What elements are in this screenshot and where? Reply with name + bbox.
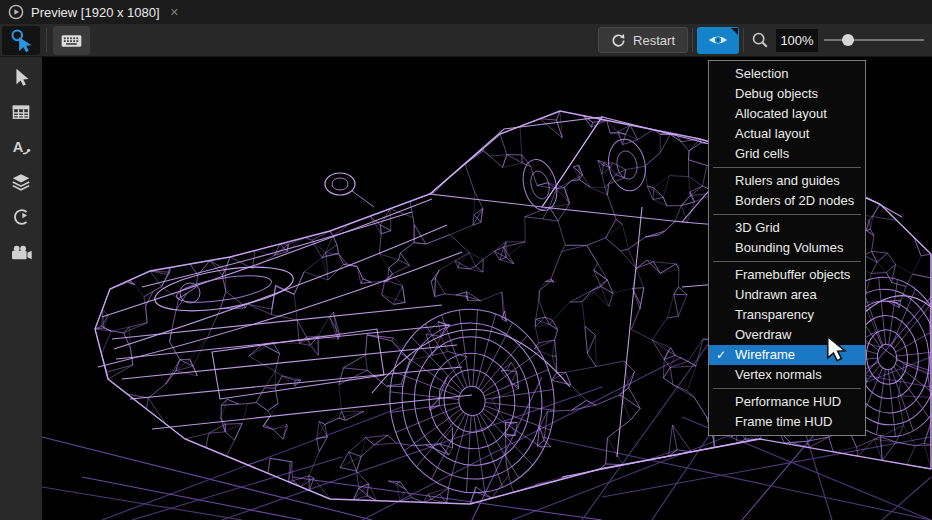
debug-visualization-button[interactable]	[697, 27, 739, 54]
menu-separator	[713, 388, 861, 389]
keyboard-icon	[59, 28, 84, 53]
keyboard-button[interactable]	[53, 26, 90, 55]
layers-tool[interactable]	[6, 170, 36, 194]
toolbar-right-group: Restart 100%	[598, 27, 932, 54]
menu-item-frame-time-hud[interactable]: Frame time HUD	[709, 412, 865, 432]
connections-tool[interactable]	[6, 205, 36, 229]
tab-bar: Preview [1920 x 1080] ✕	[0, 0, 932, 24]
text-tool[interactable]: A	[6, 135, 36, 159]
svg-text:A: A	[13, 139, 24, 155]
app-window: Preview [1920 x 1080] ✕	[0, 0, 932, 520]
zoom-slider[interactable]	[824, 30, 924, 50]
menu-separator	[713, 261, 861, 262]
restart-label: Restart	[633, 33, 675, 48]
table-icon	[10, 101, 32, 123]
menu-item-rulers-and-guides[interactable]: Rulers and guides	[709, 171, 865, 191]
menu-item-grid-cells[interactable]: Grid cells	[709, 144, 865, 164]
restart-icon	[611, 33, 626, 48]
menu-item-vertex-normals[interactable]: Vertex normals	[709, 365, 865, 385]
menu-separator	[713, 214, 861, 215]
text-binding-icon: A	[10, 136, 32, 158]
magnifier-icon	[750, 30, 770, 50]
menu-item-undrawn-area[interactable]: Undrawn area	[709, 285, 865, 305]
close-icon[interactable]: ✕	[167, 6, 182, 19]
menu-item-debug-objects[interactable]: Debug objects	[709, 84, 865, 104]
zoom-level-value: 100%	[776, 29, 818, 52]
checkmark-icon: ✓	[716, 345, 726, 365]
interaction-mode-button[interactable]	[2, 26, 40, 55]
menu-item-actual-layout[interactable]: Actual layout	[709, 124, 865, 144]
zoom-slider-handle[interactable]	[842, 34, 854, 46]
menu-item-bounding-volumes[interactable]: Bounding Volumes	[709, 238, 865, 258]
tool-sidebar: A	[0, 57, 42, 520]
menu-item-3d-grid[interactable]: 3D Grid	[709, 218, 865, 238]
camera-tool[interactable]	[6, 240, 36, 264]
debug-visualization-menu: Selection Debug objects Allocated layout…	[708, 60, 866, 436]
connection-arrow-icon	[10, 206, 32, 228]
zoom-slider-track	[824, 39, 924, 41]
menu-item-framebuffer-objects[interactable]: Framebuffer objects	[709, 265, 865, 285]
restart-button[interactable]: Restart	[598, 27, 688, 53]
menu-item-borders-of-2d-nodes[interactable]: Borders of 2D nodes	[709, 191, 865, 211]
layers-icon	[10, 171, 32, 193]
menu-item-allocated-layout[interactable]: Allocated layout	[709, 104, 865, 124]
preview-tab[interactable]: Preview [1920 x 1080] ✕	[0, 0, 190, 24]
menu-item-selection[interactable]: Selection	[709, 64, 865, 84]
pointer-tool[interactable]	[6, 65, 36, 89]
toolbar-separator	[692, 28, 693, 52]
tab-title: Preview [1920 x 1080]	[31, 5, 160, 20]
table-tool[interactable]	[6, 100, 36, 124]
mouse-cursor	[826, 336, 850, 362]
menu-item-transparency[interactable]: Transparency	[709, 305, 865, 325]
arrow-cursor-icon	[10, 66, 32, 88]
touch-cursor-icon	[8, 27, 34, 53]
eye-icon	[707, 32, 729, 48]
video-camera-icon	[9, 241, 33, 263]
menu-separator	[713, 167, 861, 168]
toolbar: Restart 100%	[0, 24, 932, 57]
dropdown-notch	[731, 28, 738, 35]
menu-item-performance-hud[interactable]: Performance HUD	[709, 392, 865, 412]
play-circle-icon	[8, 4, 24, 20]
toolbar-separator	[46, 28, 47, 52]
toolbar-separator	[743, 28, 744, 52]
